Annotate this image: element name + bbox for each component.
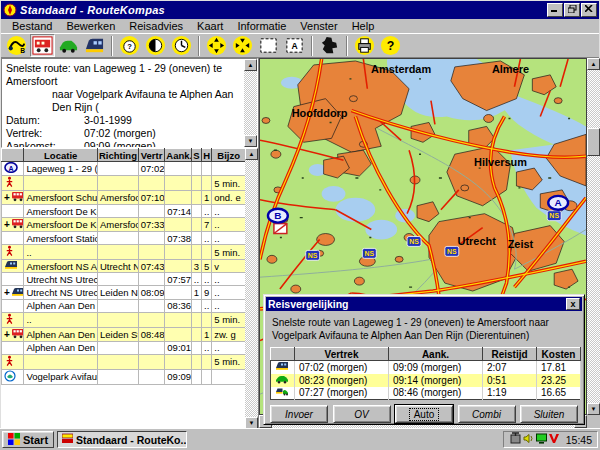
route-table-row[interactable]: 5 min. [2, 354, 246, 369]
dialog-column-vertrek[interactable]: Vertrek [295, 348, 389, 361]
taskbar-app-button[interactable]: Standaard - RouteKo... [57, 431, 187, 448]
column-header-vertr[interactable]: Vertr [138, 149, 165, 162]
toolbar-help-button[interactable]: ? [378, 34, 403, 57]
menu-bewerken[interactable]: Bewerken [59, 19, 122, 33]
route-table-row[interactable]: Amersfoort De Ke07:14.... [2, 205, 246, 218]
windows-logo-icon [8, 433, 20, 447]
toolbar-zoom-window-button[interactable] [256, 34, 281, 57]
menu-venster[interactable]: Venster [293, 19, 344, 33]
column-header-locatie[interactable]: Locatie [24, 149, 98, 162]
scroll-down-icon[interactable]: ▼ [587, 403, 600, 415]
expand-plus-icon[interactable]: + [4, 329, 10, 340]
route-table-row[interactable]: Utrecht NS Utrech07:57...... [2, 273, 246, 286]
route-table-row[interactable]: ALageweg 1 - 29 (o07:02 [2, 162, 246, 176]
route-table-row[interactable]: Amersfoort Station07:38.... [2, 232, 246, 245]
leg-icon-cell [2, 205, 24, 218]
ns-station-icon[interactable]: NS [547, 211, 561, 221]
dialog-button-auto[interactable]: Auto [395, 405, 453, 423]
column-header-aank-[interactable]: Aank. [165, 149, 192, 162]
map-vertical-scrollbar[interactable]: ▲ ▼ [587, 58, 600, 415]
map-vscroll-thumb[interactable] [587, 128, 600, 156]
comparison-row[interactable]: 07:27 (morgen)08:46 (morgen)1:1916.65 [271, 387, 581, 400]
dialog-column-kosten[interactable]: Kosten [537, 348, 581, 361]
expand-plus-icon[interactable]: + [4, 192, 10, 203]
menu-help[interactable]: Help [345, 19, 382, 33]
toolbar-train-mode-button[interactable] [82, 34, 107, 57]
toolbar-transport-modes-button[interactable] [30, 34, 55, 57]
ns-station-icon[interactable]: NS [362, 248, 376, 258]
comparison-row[interactable]: 07:02 (morgen)09:09 (morgen)2:0717.81 [271, 361, 581, 374]
route-table-row[interactable]: +Amersfoort SchutAmersfoort07:101ond. e [2, 191, 246, 205]
route-table-scrollbar[interactable]: ▲ ▼ [245, 148, 258, 429]
start-button[interactable]: Start [2, 431, 54, 448]
column-header-richting[interactable]: Richting [97, 149, 138, 162]
menu-kaart[interactable]: Kaart [190, 19, 230, 33]
cell-bijzo: 5 min. [212, 245, 246, 260]
menu-informatie[interactable]: Informatie [230, 19, 293, 33]
scroll-up-icon[interactable]: ▲ [244, 59, 257, 71]
dialog-button-sluiten[interactable]: Sluiten [520, 405, 578, 423]
route-table-row[interactable]: +Alphen Aan Den RiLeiden Stati08:481zw. … [2, 327, 246, 341]
toolbar-car-mode-button[interactable] [56, 34, 81, 57]
cell-s [191, 341, 201, 354]
column-header-icon[interactable] [2, 149, 24, 162]
cell-s: .. [191, 273, 201, 286]
route-table-row[interactable]: ..5 min. [2, 312, 246, 327]
toolbar-time-question-button[interactable]: ? [117, 34, 142, 57]
column-header-s[interactable]: S [191, 149, 201, 162]
scroll-down-icon[interactable]: ▼ [244, 135, 257, 147]
route-table-row[interactable]: Vogelpark Avifaun09:09 [2, 369, 246, 384]
dialog-button-invoer[interactable]: Invoer [270, 405, 328, 423]
dialog-button-ov[interactable]: OV [333, 405, 391, 423]
route-table-row[interactable]: Alphen Aan Den Ri09:01.... [2, 341, 246, 354]
route-table-row[interactable]: +Utrecht NS UtrechLeiden NS08:0919.. [2, 286, 246, 299]
route-table-row[interactable]: Amersfoort NS AmUtrecht NS07:4335v [2, 260, 246, 273]
dialog-column-reistijd[interactable]: Reistijd [483, 348, 537, 361]
dialog-close-icon[interactable]: x [566, 298, 580, 310]
menu-bestand[interactable]: Bestand [5, 19, 59, 33]
ns-station-icon[interactable]: NS [445, 246, 459, 256]
toolbar-zoom-label-button[interactable]: A [282, 34, 307, 57]
cell-h [202, 245, 212, 260]
antivirus-icon[interactable] [548, 432, 561, 445]
close-button[interactable] [581, 3, 597, 17]
summary-scroll-track[interactable] [244, 71, 257, 135]
summary-scrollbar[interactable]: ▲ ▼ [244, 59, 257, 147]
expand-plus-icon[interactable]: + [4, 287, 10, 298]
comparison-row[interactable]: 08:23 (morgen)09:14 (morgen)0:5123.25 [271, 374, 581, 387]
map-vscroll-track[interactable] [587, 70, 600, 403]
column-header-h[interactable]: H [202, 149, 212, 162]
restore-button[interactable] [564, 3, 580, 17]
minimize-button[interactable] [547, 3, 563, 17]
scroll-up-icon[interactable]: ▲ [587, 58, 600, 70]
display-icon[interactable] [535, 432, 548, 445]
menu-reisadvies[interactable]: Reisadvies [122, 19, 190, 33]
toolbar-print-button[interactable] [352, 34, 377, 57]
expand-plus-icon[interactable]: + [4, 219, 10, 230]
toolbar-route-button[interactable]: B [4, 34, 29, 57]
route-table-scroll-track[interactable] [245, 160, 258, 417]
route-table-row[interactable]: ..5 min. [2, 245, 246, 260]
ns-station-icon[interactable]: NS [306, 250, 320, 260]
route-table-row[interactable]: 5 min. [2, 176, 246, 191]
toolbar-pan-button[interactable] [204, 34, 229, 57]
toolbar-depart-time-button[interactable] [143, 34, 168, 57]
scroll-up-icon[interactable]: ▲ [245, 148, 258, 160]
cell-richting [97, 312, 138, 327]
toolbar-arrive-time-button[interactable] [169, 34, 194, 57]
dialog-title-bar[interactable]: Reisvergelijking x [266, 297, 582, 311]
route-marker-a[interactable]: A [548, 196, 568, 210]
volume-icon[interactable] [522, 432, 535, 445]
dialog-column-icon[interactable] [271, 348, 295, 361]
dialog-column-aank-[interactable]: Aank. [389, 348, 483, 361]
dialog-button-combi[interactable]: Combi [458, 405, 516, 423]
toolbar-netherlands-map-button[interactable] [317, 34, 342, 57]
ns-station-icon[interactable]: NS [407, 237, 421, 247]
route-table-row[interactable]: Alphen Aan Den Ri08:36.... [2, 299, 246, 312]
title-bar[interactable]: Standaard - RouteKompas [1, 1, 599, 19]
svg-text:A: A [555, 197, 562, 208]
route-table-row[interactable]: +Amersfoort De KeAmersfoort07:337.. [2, 218, 246, 232]
toolbar-zoom-fit-button[interactable] [230, 34, 255, 57]
column-header-bijzo[interactable]: Bijzo [212, 149, 246, 162]
scheduler-icon[interactable] [509, 432, 522, 445]
